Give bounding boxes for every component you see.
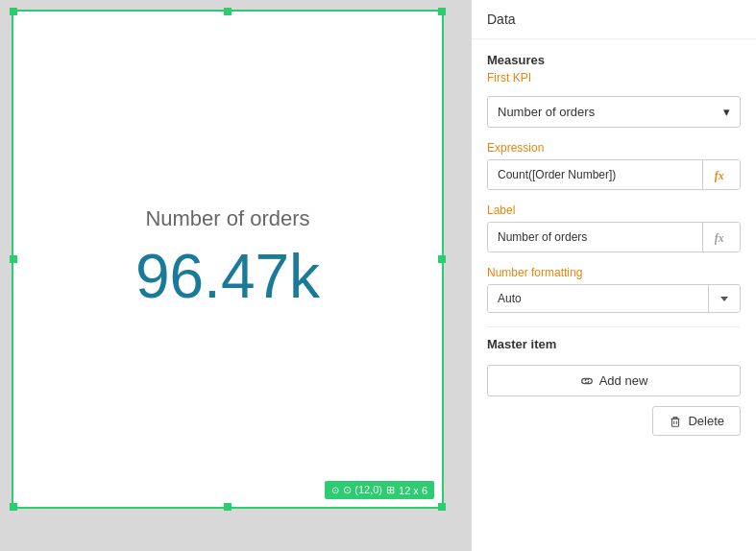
handle-top-center[interactable] xyxy=(224,8,232,15)
svg-marker-2 xyxy=(720,297,728,301)
number-formatting-label: Number formatting xyxy=(487,266,741,279)
size-icon: ⊞ xyxy=(386,484,395,496)
handle-top-left[interactable] xyxy=(10,8,17,15)
panel-body: Measures First KPI Number of orders ▾ Ex… xyxy=(472,39,756,449)
measure-name: Number of orders xyxy=(498,105,595,119)
label-field-container: fx xyxy=(487,222,741,252)
master-item-title: Master item xyxy=(487,337,741,351)
handle-top-right[interactable] xyxy=(438,8,446,15)
add-new-label: Add new xyxy=(599,373,648,388)
position-coords: ⊙ (12,0) xyxy=(343,484,382,496)
measure-dropdown[interactable]: Number of orders ▾ xyxy=(487,96,741,128)
svg-text:fx: fx xyxy=(715,232,724,245)
handle-bot-right[interactable] xyxy=(438,503,446,511)
expression-field-container: fx xyxy=(487,159,741,190)
position-icon: ⊙ xyxy=(331,485,339,495)
canvas-area: Number of orders 96.47k ⊙ ⊙ (12,0) ⊞ 12 … xyxy=(0,0,471,551)
handle-bot-center[interactable] xyxy=(224,503,232,511)
svg-rect-3 xyxy=(672,419,679,426)
right-panel: Data Measures First KPI Number of orders… xyxy=(471,0,756,551)
panel-header: Data xyxy=(472,0,756,39)
kpi-label: Number of orders xyxy=(145,206,309,231)
label-field-label: Label xyxy=(487,204,741,217)
delete-label: Delete xyxy=(688,414,724,428)
delete-button[interactable]: Delete xyxy=(652,406,741,436)
expression-input[interactable] xyxy=(488,160,702,189)
first-kpi-label: First KPI xyxy=(487,71,741,84)
size-label: 12 x 6 xyxy=(399,485,427,496)
add-new-button[interactable]: Add new xyxy=(487,365,741,396)
number-formatting-container: Auto Number Money Date xyxy=(487,284,741,313)
handle-mid-right[interactable] xyxy=(438,255,446,263)
kpi-value: 96.47k xyxy=(135,241,320,312)
handle-bot-left[interactable] xyxy=(10,503,17,511)
position-indicator: ⊙ ⊙ (12,0) ⊞ 12 x 6 xyxy=(325,481,434,499)
chevron-down-icon: ▾ xyxy=(723,105,730,119)
dropdown-arrow-icon xyxy=(708,285,740,312)
label-input[interactable] xyxy=(488,223,702,252)
expression-label: Expression xyxy=(487,141,741,155)
delete-row: Delete xyxy=(487,406,741,436)
divider xyxy=(487,326,741,327)
panel-title: Data xyxy=(487,12,741,27)
number-formatting-select[interactable]: Auto Number Money Date xyxy=(488,285,708,312)
expression-fx-button[interactable]: fx xyxy=(702,160,740,189)
label-fx-button[interactable]: fx xyxy=(702,223,740,252)
svg-text:fx: fx xyxy=(715,170,724,182)
measures-title: Measures xyxy=(487,53,741,67)
handle-mid-left[interactable] xyxy=(10,255,17,263)
kpi-widget[interactable]: Number of orders 96.47k ⊙ ⊙ (12,0) ⊞ 12 … xyxy=(12,10,444,509)
